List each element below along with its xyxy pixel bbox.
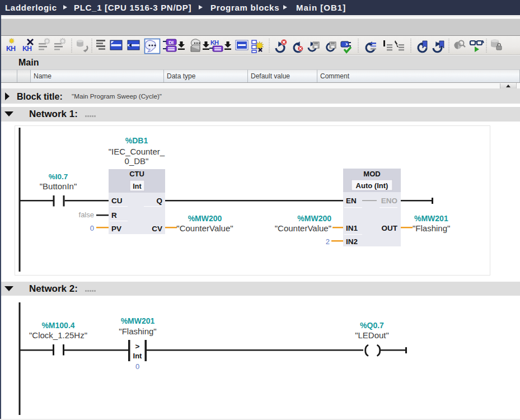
svg-text:"Flashing": "Flashing" [413,223,450,233]
svg-text:"ButtonIn": "ButtonIn" [40,181,77,191]
svg-text:%DB1: %DB1 [125,136,148,145]
svg-text:CTU: CTU [129,170,144,178]
svg-text:"CounterValue": "CounterValue" [275,223,331,233]
svg-text:CV: CV [152,225,162,233]
svg-text:2: 2 [326,237,330,246]
svg-text:"CounterValue": "CounterValue" [176,223,233,233]
svg-text:OUT: OUT [382,224,398,232]
svg-text:"LEDout": "LEDout" [355,330,389,340]
svg-text:"Flashing": "Flashing" [119,326,156,336]
svg-text:0_DB": 0_DB" [125,156,149,166]
svg-text:0: 0 [135,362,139,371]
svg-text:%MW201: %MW201 [121,316,155,325]
svg-text:%I0.7: %I0.7 [49,172,68,181]
svg-text:MOD: MOD [363,170,380,178]
svg-text:Int: Int [133,352,143,360]
svg-text:false: false [79,211,94,219]
svg-text:CU: CU [111,197,123,205]
svg-text:EN: EN [346,197,357,205]
svg-text:"Clock_1.25Hz": "Clock_1.25Hz" [29,330,87,340]
svg-text:Q: Q [156,197,162,205]
svg-text:%MW200: %MW200 [188,214,222,223]
svg-text:Auto (Int): Auto (Int) [356,181,388,190]
svg-text:%Q0.7: %Q0.7 [360,321,384,330]
svg-text:PV: PV [111,225,121,233]
svg-text:%MW200: %MW200 [297,214,331,223]
svg-text:IN2: IN2 [346,237,358,246]
svg-text:%M100.4: %M100.4 [41,321,74,330]
svg-text:ENO: ENO [381,197,397,205]
svg-text:R: R [111,211,117,220]
svg-text:IN1: IN1 [346,224,358,232]
svg-text:0: 0 [90,224,94,232]
svg-text:Int: Int [133,183,142,190]
svg-text:>: > [135,342,140,351]
svg-text:"IEC_Counter_: "IEC_Counter_ [109,147,165,156]
svg-text:%MW201: %MW201 [414,214,448,223]
